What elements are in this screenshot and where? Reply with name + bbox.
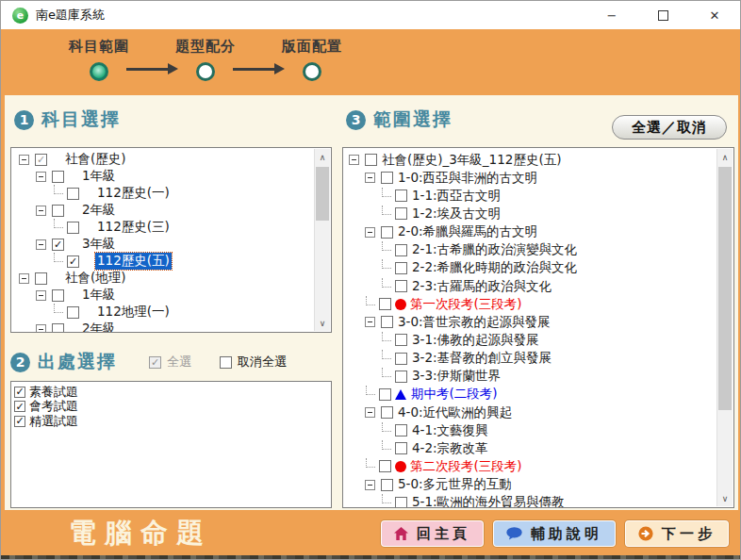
tree-item-label[interactable]: 2-1:古希臘的政治演變與文化 xyxy=(410,241,579,258)
tree-item-label[interactable]: 3-2:基督教的創立與發展 xyxy=(410,350,553,367)
tree-checkbox[interactable] xyxy=(395,442,407,454)
minimize-icon[interactable]: − xyxy=(605,8,618,23)
tree-item-label[interactable]: 期中考(二段考) xyxy=(409,386,500,403)
tree-checkbox[interactable] xyxy=(35,272,47,285)
collapse-icon[interactable] xyxy=(365,173,375,183)
tree-item-label[interactable]: 社會(歷史) xyxy=(63,151,128,168)
select-all-checkbox[interactable]: ✓ xyxy=(149,356,161,369)
tree-checkbox[interactable] xyxy=(52,205,64,217)
source-checkbox[interactable]: ✓ xyxy=(14,401,25,412)
tree-checkbox[interactable] xyxy=(395,244,407,256)
tree-row[interactable]: 4-0:近代歐洲的興起 xyxy=(347,404,715,421)
tree-item-label[interactable]: 4-2:宗教改革 xyxy=(410,440,490,457)
tree-row[interactable]: 5-0:多元世界的互動 xyxy=(347,476,715,494)
scroll-down-icon[interactable]: ∨ xyxy=(315,315,330,331)
tree-row[interactable]: 3-1:佛教的起源與發展 xyxy=(347,331,715,349)
deselect-all-checkbox[interactable] xyxy=(220,356,232,369)
tree-row[interactable]: ✓ 112歷史(五) xyxy=(15,253,312,270)
tree-checkbox[interactable] xyxy=(381,172,393,184)
tree-row[interactable]: 社會(地理) xyxy=(15,270,312,287)
tree-item-label[interactable]: 2-2:希臘化時期的政治與文化 xyxy=(410,259,579,276)
tree-row[interactable]: 1年級 xyxy=(15,287,312,304)
source-item[interactable]: ✓ 精選試題 xyxy=(14,414,329,429)
tree-checkbox[interactable] xyxy=(365,154,377,166)
tree-row[interactable]: 3-3:伊斯蘭世界 xyxy=(347,368,715,386)
collapse-icon[interactable] xyxy=(36,290,46,301)
collapse-icon[interactable] xyxy=(36,206,46,216)
collapse-icon[interactable] xyxy=(349,155,359,165)
collapse-icon[interactable] xyxy=(365,407,375,418)
tree-row[interactable]: 社會(歷史)_3年級_112歷史(五) xyxy=(347,151,715,169)
tree-row[interactable]: 4-1:文藝復興 xyxy=(347,421,715,439)
collapse-icon[interactable] xyxy=(19,273,29,284)
tree-checkbox[interactable] xyxy=(381,226,393,239)
tree-item-label[interactable]: 112歷史(三) xyxy=(95,219,172,236)
tree-item-label[interactable]: 社會(地理) xyxy=(63,270,128,287)
tree-row[interactable]: ✓ 3年級 xyxy=(15,236,312,253)
tree-item-label[interactable]: 2年級 xyxy=(80,321,118,333)
source-checkbox[interactable]: ✓ xyxy=(14,416,25,427)
scroll-down-icon[interactable]: ∨ xyxy=(717,490,733,506)
collapse-icon[interactable] xyxy=(365,317,375,327)
tree-item-label[interactable]: 1-0:西亞與非洲的古文明 xyxy=(396,170,539,187)
tree-row[interactable]: ✓ 社會(歷史) xyxy=(15,151,312,168)
home-button[interactable]: 回主頁 xyxy=(381,520,484,547)
tree-row[interactable]: 2-2:希臘化時期的政治與文化 xyxy=(347,259,715,277)
maximize-icon[interactable] xyxy=(658,10,668,21)
tree-checkbox[interactable] xyxy=(395,353,407,365)
tree-row[interactable]: 112地理(一) xyxy=(15,304,312,321)
tree-checkbox[interactable] xyxy=(395,262,407,274)
scroll-up-icon[interactable]: ∧ xyxy=(315,149,330,165)
tree-checkbox[interactable] xyxy=(379,388,391,401)
tree-item-label[interactable]: 3-1:佛教的起源與發展 xyxy=(410,332,541,349)
next-button[interactable]: 下一步 xyxy=(625,520,729,547)
tree-row[interactable]: 112歷史(一) xyxy=(15,185,312,202)
collapse-icon[interactable] xyxy=(19,155,29,165)
scroll-up-icon[interactable]: ∧ xyxy=(717,149,733,165)
tree-checkbox[interactable] xyxy=(395,497,407,508)
tree-checkbox[interactable] xyxy=(379,460,391,472)
tree-checkbox[interactable] xyxy=(395,334,407,346)
tree-item-label[interactable]: 112歷史(五) xyxy=(95,253,172,270)
tree-checkbox[interactable] xyxy=(52,323,64,334)
tree-item-label[interactable]: 1年級 xyxy=(80,287,118,304)
tree-row[interactable]: 2年級 xyxy=(15,321,312,333)
tree-row[interactable]: 2-3:古羅馬的政治與文化 xyxy=(347,277,715,295)
tree-checkbox[interactable] xyxy=(395,189,407,202)
collapse-icon[interactable] xyxy=(36,172,46,182)
tree-item-label[interactable]: 112歷史(一) xyxy=(95,185,172,202)
scroll-thumb[interactable] xyxy=(316,167,329,221)
tree-item-label[interactable]: 4-0:近代歐洲的興起 xyxy=(396,404,514,421)
subject-scrollbar[interactable]: ∧ ∨ xyxy=(314,149,330,331)
tree-item-label[interactable]: 3年級 xyxy=(80,236,118,253)
collapse-icon[interactable] xyxy=(36,239,46,250)
tree-item-label[interactable]: 1-1:西亞古文明 xyxy=(410,188,502,205)
tree-checkbox[interactable] xyxy=(67,306,79,319)
tree-checkbox[interactable]: ✓ xyxy=(67,255,79,268)
tree-row[interactable]: 2年級 xyxy=(15,202,312,219)
tree-row[interactable]: 1-0:西亞與非洲的古文明 xyxy=(347,169,715,187)
tree-item-label[interactable]: 112地理(一) xyxy=(95,304,172,321)
tree-row[interactable]: 112歷史(三) xyxy=(15,219,312,236)
tree-checkbox[interactable] xyxy=(67,188,79,200)
tree-item-label[interactable]: 2-0:希臘與羅馬的古文明 xyxy=(396,223,539,240)
tree-checkbox[interactable] xyxy=(395,424,407,436)
tree-row[interactable]: 第二次段考(三段考) xyxy=(347,457,715,475)
tree-row[interactable]: 第一次段考(三段考) xyxy=(347,295,715,313)
tree-item-label[interactable]: 2年級 xyxy=(80,202,118,219)
close-icon[interactable]: ✕ xyxy=(708,8,721,23)
tree-item-label[interactable]: 4-1:文藝復興 xyxy=(410,422,490,439)
collapse-icon[interactable] xyxy=(365,480,375,490)
scroll-thumb[interactable] xyxy=(718,167,732,410)
tree-row[interactable]: 1-1:西亞古文明 xyxy=(347,187,715,205)
tree-row[interactable]: 2-0:希臘與羅馬的古文明 xyxy=(347,223,715,241)
tree-checkbox[interactable] xyxy=(395,371,407,383)
tree-checkbox[interactable]: ✓ xyxy=(52,239,64,251)
tree-item-label[interactable]: 3-0:普世宗教的起源與發展 xyxy=(396,314,552,331)
tree-checkbox[interactable] xyxy=(52,289,64,302)
tree-item-label[interactable]: 1-2:埃及古文明 xyxy=(410,206,502,222)
tree-row[interactable]: 3-2:基督教的創立與發展 xyxy=(347,350,715,368)
tree-item-label[interactable]: 第一次段考(三段考) xyxy=(408,296,524,313)
tree-row[interactable]: 1年級 xyxy=(15,168,312,185)
tree-item-label[interactable]: 第二次段考(三段考) xyxy=(408,458,524,475)
